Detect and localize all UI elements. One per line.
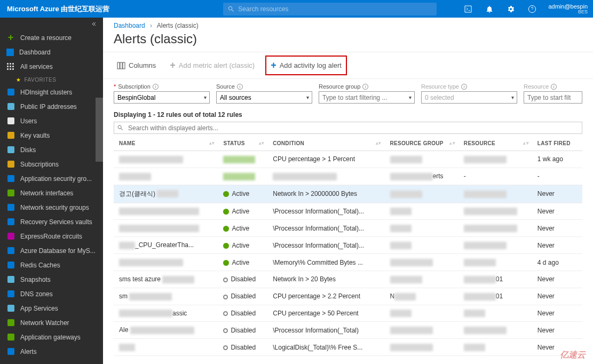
source-select[interactable] [216, 91, 312, 104]
cell-condition: Network In > 20000000 Bytes [267, 185, 384, 203]
cell-status: Active [218, 254, 267, 271]
cell-last-fired: 4 d ago [532, 254, 582, 271]
table-row[interactable]: Disabled \LogicalDisk(_Total)\% Free S..… [114, 339, 582, 356]
subscription-select[interactable] [114, 91, 210, 104]
cell-resource [458, 237, 532, 254]
col-name[interactable]: NAME▴▾ [114, 136, 218, 151]
table-row[interactable]: erts - - [114, 168, 582, 185]
sidebar-scrollbar[interactable] [96, 98, 103, 162]
cell-status: Active [218, 220, 267, 237]
sidebar-item-label: App Services [20, 305, 58, 312]
user-info[interactable]: admin@bespin BES [543, 3, 593, 15]
table-row[interactable]: Active \Processor Information(_Total)...… [114, 203, 582, 220]
info-icon[interactable]: i [461, 84, 467, 90]
status-active-icon [223, 243, 229, 249]
app-icon [6, 304, 15, 313]
sidebar-item-rsv[interactable]: Recovery Services vaults [0, 215, 103, 229]
cell-status: Disabled [218, 339, 267, 356]
sidebar-item-ip[interactable]: Public IP addresses [0, 99, 103, 114]
sidebar-item-nic[interactable]: Network interfaces [0, 186, 103, 200]
info-icon[interactable]: i [237, 84, 243, 90]
table-row[interactable]: sms test azure Disabled Network In > 20 … [114, 271, 582, 288]
columns-icon [117, 61, 125, 70]
filter-resource-group: Resource group i ▾ [319, 83, 415, 104]
sidebar-item-subs[interactable]: Subscriptions [0, 157, 103, 171]
sidebar-item-app[interactable]: App Services [0, 301, 103, 315]
cell-name [114, 254, 218, 271]
cell-condition: \LogicalDisk(_Total)\% Free S... [267, 339, 384, 356]
table-search-input[interactable] [114, 122, 582, 134]
filter-source: Source i ▾ [216, 83, 312, 104]
svg-rect-1 [7, 63, 9, 65]
main-content: Dashboard › Alerts (classic) Alerts (cla… [103, 18, 593, 364]
columns-label: Columns [129, 61, 156, 69]
col-status[interactable]: STATUS▴▾ [218, 136, 267, 151]
cell-condition: \Processor Information(_Total) [267, 322, 384, 339]
sidebar-all-services[interactable]: All services [0, 59, 103, 74]
sidebar-item-dns[interactable]: DNS zones [0, 287, 103, 301]
resource-group-input[interactable] [319, 91, 415, 104]
resource-type-select[interactable] [421, 91, 517, 104]
sidebar-item-key[interactable]: Key vaults [0, 128, 103, 143]
sidebar-item-nsg[interactable]: Network security groups [0, 200, 103, 215]
resource-input[interactable] [524, 91, 582, 104]
cell-resource-group [385, 339, 458, 356]
info-icon[interactable]: i [551, 84, 557, 90]
cell-condition: Network In > 20 Bytes [267, 271, 384, 288]
sidebar-item-mysql[interactable]: Azure Database for MyS... [0, 243, 103, 258]
dashboard-icon [6, 49, 14, 56]
table-row[interactable]: 경고(클래식) Active Network In > 20000000 Byt… [114, 185, 582, 203]
columns-button[interactable]: Columns [114, 59, 159, 72]
table-row[interactable]: Ale Disabled \Processor Information(_Tot… [114, 322, 582, 339]
breadcrumb-separator: › [150, 22, 152, 29]
global-search-input[interactable] [238, 5, 432, 13]
add-activity-log-alert-button[interactable]: + Add activity log alert [265, 56, 347, 75]
cloud-shell-icon[interactable] [457, 0, 479, 18]
help-icon[interactable] [521, 0, 543, 18]
sidebar-item-nw[interactable]: Network Watcher [0, 315, 103, 330]
global-search[interactable] [223, 3, 437, 15]
col-condition[interactable]: CONDITION▴▾ [267, 136, 384, 151]
cell-name: Ale [114, 322, 218, 339]
snap-icon [6, 275, 15, 284]
table-row[interactable]: _CPU_GreaterTha... Active \Processor Inf… [114, 237, 582, 254]
sidebar-item-er[interactable]: ExpressRoute circuits [0, 229, 103, 243]
sidebar-label: Create a resource [20, 34, 72, 42]
sidebar-item-disks[interactable]: Disks [0, 143, 103, 157]
plus-icon: + [170, 60, 176, 71]
table-row[interactable]: Active \Memory\% Committed Bytes ... 4 d… [114, 254, 582, 271]
table-row[interactable]: Active \Processor Information(_Total)...… [114, 220, 582, 237]
notifications-icon[interactable] [479, 0, 500, 18]
nsg-icon [6, 203, 15, 212]
sidebar-item-users[interactable]: Users [0, 114, 103, 128]
col-resource-group[interactable]: RESOURCE GROUP▴▾ [385, 136, 458, 151]
sidebar-item-hdinsight[interactable]: HDInsight clusters [0, 85, 103, 99]
alerts-icon [6, 347, 15, 356]
table-row[interactable]: sm Disabled CPU percentage > 2.2 Percent… [114, 288, 582, 305]
table-row[interactable]: assic Disabled CPU percentage > 50 Perce… [114, 305, 582, 322]
chevron-down-icon: ▾ [306, 94, 309, 100]
sidebar-item-asg[interactable]: Application security gro... [0, 171, 103, 186]
sidebar-collapse-button[interactable] [0, 18, 103, 30]
nic-icon [6, 189, 15, 197]
sidebar-create-resource[interactable]: + Create a resource [0, 30, 103, 45]
breadcrumb-root[interactable]: Dashboard [114, 22, 145, 29]
settings-icon[interactable] [500, 0, 521, 18]
cell-resource-group [385, 271, 458, 288]
info-icon[interactable]: i [362, 84, 368, 90]
col-resource[interactable]: RESOURCE▴▾ [458, 136, 532, 151]
cell-status: Active [218, 237, 267, 254]
col-last-fired[interactable]: LAST FIRED [532, 136, 582, 151]
sidebar-item-snap[interactable]: Snapshots [0, 272, 103, 287]
key-icon [6, 131, 15, 140]
sidebar-item-alerts[interactable]: Alerts [0, 344, 103, 359]
cell-name: _CPU_GreaterTha... [114, 237, 218, 254]
sidebar-item-redis[interactable]: Redis Caches [0, 258, 103, 272]
info-icon[interactable]: i [153, 84, 159, 90]
sidebar-dashboard[interactable]: Dashboard [0, 45, 103, 59]
svg-rect-10 [117, 62, 120, 69]
table-row[interactable]: CPU percentage > 1 Percent 1 wk ago [114, 151, 582, 168]
user-email: admin@bespin [548, 3, 588, 10]
sidebar-item-agw[interactable]: Application gateways [0, 330, 103, 344]
svg-rect-2 [10, 63, 11, 65]
